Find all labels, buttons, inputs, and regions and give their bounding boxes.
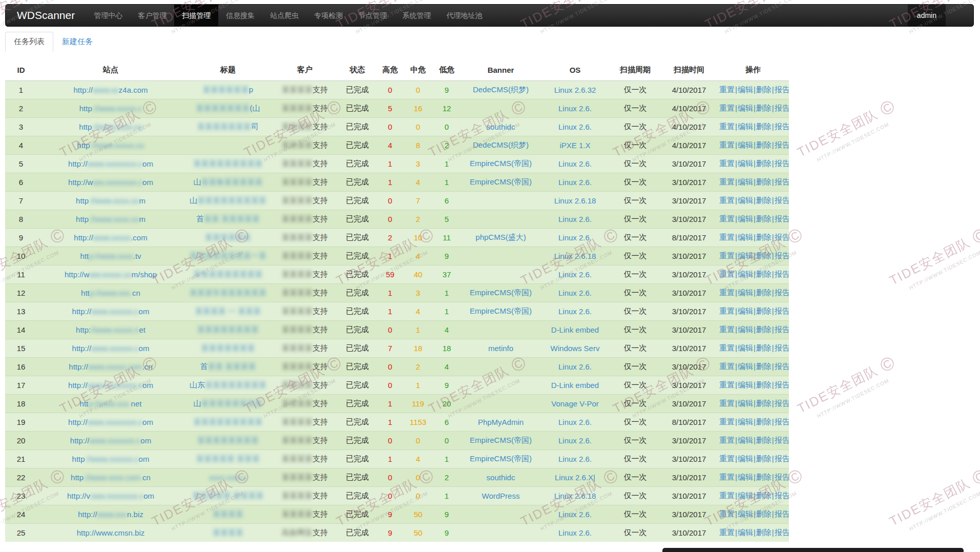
op-delete[interactable]: 删除: [756, 473, 772, 481]
op-reset[interactable]: 重置: [719, 528, 735, 537]
site-link[interactable]: http://www.xxxxxx.com: [72, 307, 150, 316]
op-delete[interactable]: 删除: [756, 270, 772, 278]
op-reset[interactable]: 重置: [719, 417, 735, 426]
op-report[interactable]: 报告: [775, 325, 789, 334]
op-edit[interactable]: 编辑: [738, 251, 753, 260]
site-link[interactable]: http://www.xxxx.com.cn: [71, 473, 151, 482]
title-link[interactable]: 某某某某某某p: [203, 85, 253, 94]
op-reset[interactable]: 重置: [719, 491, 735, 500]
os-link[interactable]: Linux 2.6.: [558, 215, 592, 223]
op-report[interactable]: 报告: [775, 214, 789, 223]
banner-link[interactable]: southidc: [487, 122, 515, 131]
title-link[interactable]: 某某某某某某某某: [197, 436, 259, 444]
op-report[interactable]: 报告: [775, 473, 789, 481]
site-link[interactable]: http://www.xxxxxxxx.com: [68, 381, 153, 390]
tab-1[interactable]: 任务列表: [5, 32, 53, 52]
title-link[interactable]: 某某某某某某某(山: [196, 104, 260, 112]
site-link[interactable]: http://www.xxx.cn: [81, 289, 140, 297]
banner-link[interactable]: PhpMyAdmin: [478, 418, 524, 426]
os-link[interactable]: Linux 2.6.: [558, 178, 592, 187]
banner-link[interactable]: metinfo: [488, 344, 513, 353]
nav-item-4[interactable]: 信息搜集: [218, 5, 262, 26]
site-link[interactable]: http://www.xxxxxxxx.com: [68, 178, 153, 187]
site-link[interactable]: http://vvww.xxxxxxxx.com: [67, 492, 154, 500]
op-report[interactable]: 报告: [775, 233, 789, 241]
op-delete[interactable]: 删除: [756, 380, 772, 389]
title-link[interactable]: 某某某某某某某: [201, 343, 255, 352]
op-edit[interactable]: 编辑: [738, 399, 753, 407]
os-link[interactable]: Linux 2.6.: [558, 270, 592, 279]
site-link[interactable]: http://www.cmsn.biz: [77, 528, 145, 537]
banner-link[interactable]: EmpireCMS(帝国): [470, 436, 532, 444]
title-link[interactable]: 山东某某某某某某某某: [190, 380, 266, 389]
op-edit[interactable]: 编辑: [738, 509, 753, 518]
op-reset[interactable]: 重置: [719, 399, 735, 407]
op-delete[interactable]: 删除: [756, 454, 772, 463]
op-reset[interactable]: 重置: [719, 251, 735, 260]
op-reset[interactable]: 重置: [719, 343, 735, 352]
op-delete[interactable]: 删除: [756, 122, 772, 131]
site-link[interactable]: http://www.xxxxx.com.cn: [69, 362, 152, 371]
op-report[interactable]: 报告: [775, 196, 789, 205]
os-link[interactable]: Linux 2.6.: [558, 104, 592, 113]
os-link[interactable]: Linux 2.6.32: [554, 86, 596, 94]
os-link[interactable]: Linux 2.6.: [558, 159, 592, 168]
banner-link[interactable]: EmpireCMS(帝国): [470, 306, 532, 315]
op-delete[interactable]: 删除: [756, 140, 772, 149]
title-link[interactable]: 某某某某: [213, 528, 243, 537]
op-report[interactable]: 报告: [775, 528, 789, 537]
title-link[interactable]: 某某某某某某某某某: [194, 417, 263, 426]
op-report[interactable]: 报告: [775, 509, 789, 518]
op-report[interactable]: 报告: [775, 85, 789, 94]
op-report[interactable]: 报告: [775, 270, 789, 278]
banner-link[interactable]: EmpireCMS(帝国): [470, 288, 532, 297]
op-reset[interactable]: 重置: [719, 509, 735, 518]
op-reset[interactable]: 重置: [719, 436, 735, 444]
op-reset[interactable]: 重置: [719, 454, 735, 463]
op-delete[interactable]: 删除: [756, 233, 772, 241]
title-link[interactable]: 某某某某某某某某: [197, 325, 259, 334]
op-edit[interactable]: 编辑: [738, 473, 753, 481]
title-link[interactable]: 某某某某某某某某某: [194, 270, 263, 278]
op-edit[interactable]: 编辑: [738, 528, 753, 537]
nav-item-9[interactable]: 代理地址池: [439, 5, 490, 26]
site-link[interactable]: http://www.xxxxx.com/shop: [65, 270, 157, 279]
op-edit[interactable]: 编辑: [738, 159, 753, 168]
os-link[interactable]: Linux 2.6.18: [554, 492, 596, 500]
nav-item-6[interactable]: 专项检测: [306, 5, 350, 26]
site-link[interactable]: http://www.xxxxx.c: [79, 104, 142, 113]
op-report[interactable]: 报告: [775, 436, 789, 444]
op-delete[interactable]: 删除: [756, 417, 772, 426]
nav-item-1[interactable]: 管理中心: [86, 5, 130, 26]
user-menu-button[interactable]: admin: [908, 5, 946, 26]
site-link[interactable]: http://www.xxxxx.com: [74, 233, 147, 242]
op-reset[interactable]: 重置: [719, 325, 735, 334]
brand-logo[interactable]: WDScanner: [6, 5, 86, 26]
op-delete[interactable]: 删除: [756, 159, 772, 168]
op-reset[interactable]: 重置: [719, 288, 735, 297]
banner-link[interactable]: DedeCMS(织梦): [473, 85, 529, 94]
op-report[interactable]: 报告: [775, 288, 789, 297]
op-delete[interactable]: 删除: [756, 362, 772, 371]
os-link[interactable]: Linux 2.6.X|: [555, 473, 595, 482]
nav-item-5[interactable]: 站点爬虫: [262, 5, 306, 26]
op-reset[interactable]: 重置: [719, 362, 735, 371]
op-reset[interactable]: 重置: [719, 270, 735, 278]
title-link[interactable]: 首某某 某某某某某: [196, 214, 260, 223]
op-edit[interactable]: 编辑: [738, 417, 753, 426]
site-link[interactable]: http://www.xxxx.tv: [80, 252, 141, 260]
op-delete[interactable]: 删除: [756, 528, 772, 537]
os-link[interactable]: Linux 2.6.: [558, 233, 592, 242]
op-edit[interactable]: 编辑: [738, 233, 753, 241]
op-report[interactable]: 报告: [775, 454, 789, 463]
site-link[interactable]: http://www.xxxxxx.com: [72, 344, 150, 353]
op-reset[interactable]: 重置: [719, 473, 735, 481]
title-link[interactable]: 某某某某某 某某某: [196, 454, 260, 463]
op-delete[interactable]: 删除: [756, 196, 772, 205]
op-delete[interactable]: 删除: [756, 509, 772, 518]
op-reset[interactable]: 重置: [719, 85, 735, 94]
title-link[interactable]: 某某某某某某某司: [197, 122, 259, 131]
nav-item-8[interactable]: 系统管理: [394, 5, 439, 26]
os-link[interactable]: D-Link embed: [551, 325, 599, 334]
op-edit[interactable]: 编辑: [738, 177, 753, 186]
